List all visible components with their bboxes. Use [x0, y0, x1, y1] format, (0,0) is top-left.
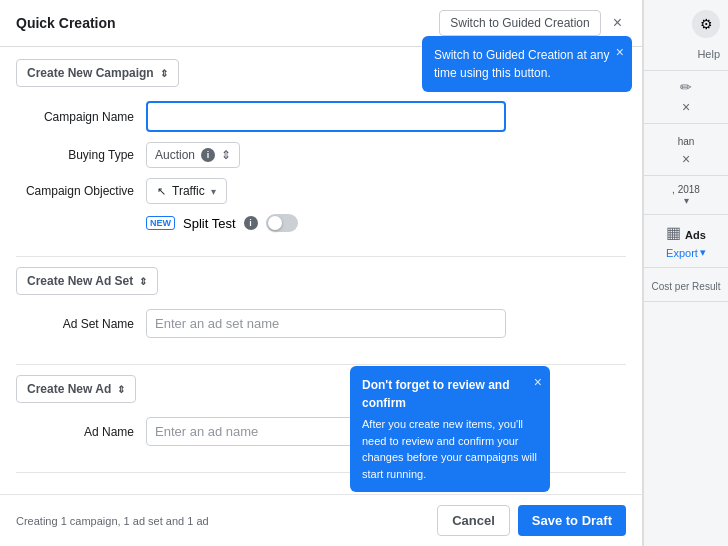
- buying-type-info-icon[interactable]: i: [201, 148, 215, 162]
- create-ad-set-label: Create New Ad Set: [27, 274, 133, 288]
- right-panel-name: han ×: [644, 124, 728, 176]
- buying-type-row: Buying Type Auction i ⇕: [16, 142, 626, 168]
- ad-set-name-label: Ad Set Name: [16, 317, 146, 331]
- campaign-name-row: Campaign Name: [16, 101, 626, 132]
- save-to-draft-button[interactable]: Save to Draft: [518, 505, 626, 536]
- right-panel: ⚙ Help ✏ × han × , 2018 ▾ ▦ Ads Export: [643, 0, 728, 546]
- campaign-objective-select[interactable]: ↖ Traffic ▾: [146, 178, 227, 204]
- footer-info: Creating 1 campaign, 1 ad set and 1 ad: [16, 515, 209, 527]
- cancel-button[interactable]: Cancel: [437, 505, 510, 536]
- date-dropdown-icon[interactable]: ▾: [684, 195, 689, 206]
- panel-title: Quick Creation: [16, 15, 116, 31]
- campaign-name-input[interactable]: [146, 101, 506, 132]
- split-test-toggle[interactable]: [266, 214, 298, 232]
- date-value: , 2018: [672, 184, 700, 195]
- confirm-tooltip-title: Don't forget to review and confirm: [362, 376, 538, 412]
- campaign-name-label: Campaign Name: [16, 110, 146, 124]
- ad-set-section: Create New Ad Set ⇕ Ad Set Name Enter an…: [16, 267, 626, 365]
- name-close-icon[interactable]: ×: [682, 151, 690, 167]
- campaign-objective-label: Campaign Objective: [16, 184, 146, 198]
- export-btn[interactable]: Export ▾: [666, 246, 706, 259]
- split-test-label: Split Test: [183, 216, 236, 231]
- switch-to-guided-btn[interactable]: Switch to Guided Creation: [439, 10, 600, 36]
- objective-value: Traffic: [172, 184, 205, 198]
- help-label: Help: [697, 48, 720, 60]
- guided-tooltip-close-icon[interactable]: ×: [616, 42, 624, 63]
- buying-type-chevron-icon: ⇕: [221, 148, 231, 162]
- right-panel-edit: ✏ ×: [644, 71, 728, 124]
- right-panel-ads: ▦ Ads Export ▾: [644, 215, 728, 268]
- buying-type-select[interactable]: Auction i ⇕: [146, 142, 240, 168]
- cost-per-result-label: Cost per Result: [652, 280, 721, 293]
- ad-set-name-input-placeholder[interactable]: Enter an ad set name: [146, 309, 506, 338]
- split-test-info-icon[interactable]: i: [244, 216, 258, 230]
- cursor-icon: ↖: [157, 185, 166, 198]
- guided-creation-tooltip: × Switch to Guided Creation at any time …: [422, 36, 632, 92]
- create-ad-set-btn[interactable]: Create New Ad Set ⇕: [16, 267, 158, 295]
- ad-name-label: Ad Name: [16, 425, 146, 439]
- export-dropdown-icon: ▾: [700, 246, 706, 259]
- ad-set-name-row: Ad Set Name Enter an ad set name: [16, 309, 626, 338]
- ad-set-chevron-icon: ⇕: [139, 276, 147, 287]
- gear-icon[interactable]: ⚙: [692, 10, 720, 38]
- objective-dropdown-icon: ▾: [211, 186, 216, 197]
- panel-close-icon[interactable]: ×: [609, 12, 626, 34]
- guided-tooltip-text: Switch to Guided Creation at any time us…: [434, 48, 609, 80]
- ads-label: Ads: [685, 229, 706, 241]
- right-panel-top: ⚙ Help: [644, 0, 728, 71]
- campaign-chevron-icon: ⇕: [160, 68, 168, 79]
- create-ad-label: Create New Ad: [27, 382, 111, 396]
- split-test-row: NEW Split Test i: [16, 214, 626, 232]
- create-campaign-btn[interactable]: Create New Campaign ⇕: [16, 59, 179, 87]
- right-panel-close-icon[interactable]: ×: [682, 99, 690, 115]
- right-panel-date: , 2018 ▾: [644, 176, 728, 215]
- person-name-label: han: [672, 132, 701, 151]
- header-actions: Switch to Guided Creation ×: [439, 10, 626, 36]
- ads-grid-icon: ▦: [666, 223, 681, 242]
- ad-chevron-icon: ⇕: [117, 384, 125, 395]
- campaign-objective-row: Campaign Objective ↖ Traffic ▾: [16, 178, 626, 204]
- create-ad-btn[interactable]: Create New Ad ⇕: [16, 375, 136, 403]
- footer-actions: Cancel Save to Draft: [437, 505, 626, 536]
- confirm-tooltip-text: After you create new items, you'll need …: [362, 416, 538, 482]
- export-label: Export: [666, 247, 698, 259]
- confirm-tooltip-close-icon[interactable]: ×: [534, 372, 542, 393]
- create-campaign-label: Create New Campaign: [27, 66, 154, 80]
- footer: Creating 1 campaign, 1 ad set and 1 ad C…: [0, 494, 642, 546]
- edit-icon[interactable]: ✏: [680, 79, 692, 95]
- new-badge: NEW: [146, 216, 175, 230]
- right-panel-cost: Cost per Result: [644, 268, 728, 302]
- buying-type-value: Auction: [155, 148, 195, 162]
- buying-type-label: Buying Type: [16, 148, 146, 162]
- confirm-tooltip: × Don't forget to review and confirm Aft…: [350, 366, 550, 492]
